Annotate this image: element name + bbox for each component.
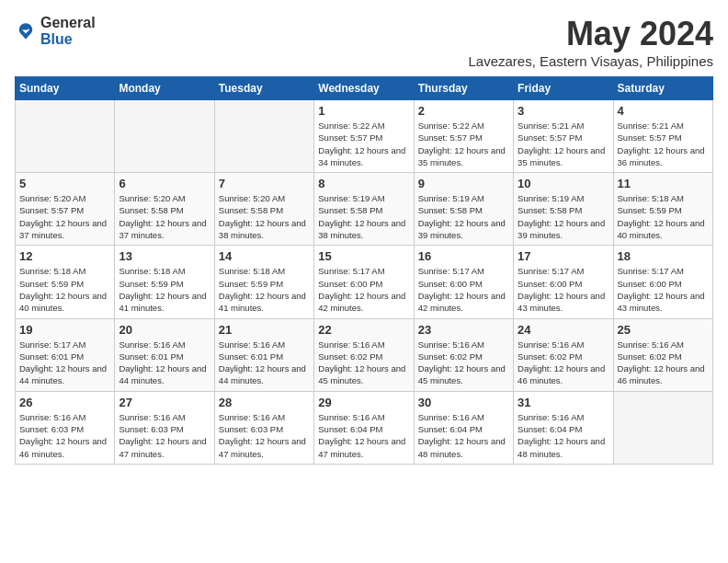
- weekday-header-friday: Friday: [514, 77, 613, 100]
- logo: General Blue: [15, 15, 96, 47]
- calendar-cell: 26 Sunrise: 5:16 AMSunset: 6:03 PMDaylig…: [16, 391, 115, 464]
- calendar-cell: [16, 100, 115, 173]
- day-info: Sunrise: 5:22 AMSunset: 5:57 PMDaylight:…: [418, 120, 509, 168]
- logo-icon: [15, 20, 37, 42]
- day-info: Sunrise: 5:17 AMSunset: 6:00 PMDaylight:…: [518, 265, 609, 314]
- day-info: Sunrise: 5:21 AMSunset: 5:57 PMDaylight:…: [618, 120, 709, 168]
- day-info: Sunrise: 5:16 AMSunset: 6:02 PMDaylight:…: [518, 339, 609, 387]
- day-number: 5: [19, 177, 110, 190]
- calendar-cell: 14 Sunrise: 5:18 AMSunset: 5:59 PMDaylig…: [214, 246, 313, 318]
- day-info: Sunrise: 5:17 AMSunset: 6:00 PMDaylight:…: [318, 265, 409, 314]
- location-subtitle: Lavezares, Eastern Visayas, Philippines: [468, 53, 713, 69]
- calendar-cell: 23 Sunrise: 5:16 AMSunset: 6:02 PMDaylig…: [414, 318, 513, 391]
- day-info: Sunrise: 5:16 AMSunset: 6:02 PMDaylight:…: [318, 339, 409, 387]
- day-number: 31: [518, 396, 609, 409]
- day-info: Sunrise: 5:16 AMSunset: 6:02 PMDaylight:…: [618, 339, 709, 387]
- calendar-cell: 15 Sunrise: 5:17 AMSunset: 6:00 PMDaylig…: [314, 246, 414, 318]
- day-number: 3: [518, 104, 609, 118]
- calendar-cell: [214, 100, 313, 173]
- calendar-cell: 9 Sunrise: 5:19 AMSunset: 5:58 PMDayligh…: [414, 173, 513, 246]
- day-info: Sunrise: 5:18 AMSunset: 5:59 PMDaylight:…: [19, 265, 110, 314]
- day-number: 28: [219, 396, 310, 409]
- weekday-header-wednesday: Wednesday: [314, 77, 414, 100]
- week-row-5: 26 Sunrise: 5:16 AMSunset: 6:03 PMDaylig…: [16, 391, 713, 464]
- day-info: Sunrise: 5:21 AMSunset: 5:57 PMDaylight:…: [518, 120, 609, 168]
- day-number: 8: [318, 177, 409, 190]
- day-number: 30: [418, 396, 509, 409]
- weekday-header-row: SundayMondayTuesdayWednesdayThursdayFrid…: [16, 77, 713, 100]
- weekday-header-thursday: Thursday: [414, 77, 513, 100]
- day-info: Sunrise: 5:16 AMSunset: 6:01 PMDaylight:…: [119, 339, 210, 387]
- day-number: 15: [318, 249, 409, 263]
- calendar-cell: 30 Sunrise: 5:16 AMSunset: 6:04 PMDaylig…: [414, 391, 513, 464]
- day-number: 17: [518, 249, 609, 263]
- calendar-cell: 28 Sunrise: 5:16 AMSunset: 6:03 PMDaylig…: [214, 391, 313, 464]
- day-number: 1: [318, 104, 409, 118]
- calendar-cell: 20 Sunrise: 5:16 AMSunset: 6:01 PMDaylig…: [115, 318, 214, 391]
- calendar-cell: 24 Sunrise: 5:16 AMSunset: 6:02 PMDaylig…: [514, 318, 613, 391]
- calendar-cell: 21 Sunrise: 5:16 AMSunset: 6:01 PMDaylig…: [214, 318, 313, 391]
- day-number: 7: [219, 177, 310, 190]
- day-number: 29: [318, 396, 409, 409]
- week-row-4: 19 Sunrise: 5:17 AMSunset: 6:01 PMDaylig…: [16, 318, 713, 391]
- day-number: 6: [119, 177, 210, 190]
- month-title: May 2024: [468, 15, 713, 53]
- day-number: 16: [418, 249, 509, 263]
- calendar-cell: 13 Sunrise: 5:18 AMSunset: 5:59 PMDaylig…: [115, 246, 214, 318]
- day-number: 21: [219, 323, 310, 337]
- day-number: 14: [219, 249, 310, 263]
- calendar-cell: 7 Sunrise: 5:20 AMSunset: 5:58 PMDayligh…: [214, 173, 313, 246]
- logo-blue: Blue: [40, 31, 96, 48]
- weekday-header-monday: Monday: [115, 77, 214, 100]
- day-info: Sunrise: 5:20 AMSunset: 5:57 PMDaylight:…: [19, 192, 110, 241]
- calendar-cell: 29 Sunrise: 5:16 AMSunset: 6:04 PMDaylig…: [314, 391, 414, 464]
- weekday-header-tuesday: Tuesday: [214, 77, 313, 100]
- day-number: 11: [618, 177, 709, 190]
- weekday-header-sunday: Sunday: [16, 77, 115, 100]
- day-info: Sunrise: 5:16 AMSunset: 6:04 PMDaylight:…: [418, 411, 509, 460]
- calendar-cell: 18 Sunrise: 5:17 AMSunset: 6:00 PMDaylig…: [613, 246, 712, 318]
- calendar-cell: [613, 391, 712, 464]
- day-number: 26: [19, 396, 110, 409]
- week-row-2: 5 Sunrise: 5:20 AMSunset: 5:57 PMDayligh…: [16, 173, 713, 246]
- calendar-cell: [115, 100, 214, 173]
- day-info: Sunrise: 5:16 AMSunset: 6:03 PMDaylight:…: [19, 411, 110, 460]
- day-number: 10: [518, 177, 609, 190]
- calendar-cell: 31 Sunrise: 5:16 AMSunset: 6:04 PMDaylig…: [514, 391, 613, 464]
- calendar-cell: 3 Sunrise: 5:21 AMSunset: 5:57 PMDayligh…: [514, 100, 613, 173]
- day-number: 25: [618, 323, 709, 337]
- day-number: 20: [119, 323, 210, 337]
- day-number: 4: [618, 104, 709, 118]
- day-number: 23: [418, 323, 509, 337]
- weekday-header-saturday: Saturday: [613, 77, 712, 100]
- calendar-cell: 4 Sunrise: 5:21 AMSunset: 5:57 PMDayligh…: [613, 100, 712, 173]
- calendar-cell: 22 Sunrise: 5:16 AMSunset: 6:02 PMDaylig…: [314, 318, 414, 391]
- week-row-3: 12 Sunrise: 5:18 AMSunset: 5:59 PMDaylig…: [16, 246, 713, 318]
- calendar-cell: 10 Sunrise: 5:19 AMSunset: 5:58 PMDaylig…: [514, 173, 613, 246]
- day-info: Sunrise: 5:19 AMSunset: 5:58 PMDaylight:…: [318, 192, 409, 241]
- calendar-table: SundayMondayTuesdayWednesdayThursdayFrid…: [15, 76, 713, 465]
- day-info: Sunrise: 5:22 AMSunset: 5:57 PMDaylight:…: [318, 120, 409, 168]
- day-info: Sunrise: 5:18 AMSunset: 5:59 PMDaylight:…: [119, 265, 210, 314]
- day-number: 24: [518, 323, 609, 337]
- page-header: General Blue May 2024 Lavezares, Eastern…: [15, 15, 713, 69]
- day-number: 9: [418, 177, 509, 190]
- calendar-cell: 27 Sunrise: 5:16 AMSunset: 6:03 PMDaylig…: [115, 391, 214, 464]
- calendar-cell: 6 Sunrise: 5:20 AMSunset: 5:58 PMDayligh…: [115, 173, 214, 246]
- calendar-cell: 17 Sunrise: 5:17 AMSunset: 6:00 PMDaylig…: [514, 246, 613, 318]
- day-number: 12: [19, 249, 110, 263]
- calendar-cell: 8 Sunrise: 5:19 AMSunset: 5:58 PMDayligh…: [314, 173, 414, 246]
- day-info: Sunrise: 5:17 AMSunset: 6:00 PMDaylight:…: [418, 265, 509, 314]
- day-info: Sunrise: 5:20 AMSunset: 5:58 PMDaylight:…: [219, 192, 310, 241]
- calendar-cell: 5 Sunrise: 5:20 AMSunset: 5:57 PMDayligh…: [16, 173, 115, 246]
- calendar-cell: 19 Sunrise: 5:17 AMSunset: 6:01 PMDaylig…: [16, 318, 115, 391]
- day-number: 13: [119, 249, 210, 263]
- day-info: Sunrise: 5:17 AMSunset: 6:01 PMDaylight:…: [19, 339, 110, 387]
- logo-text: General Blue: [40, 15, 96, 47]
- day-info: Sunrise: 5:16 AMSunset: 6:04 PMDaylight:…: [318, 411, 409, 460]
- day-info: Sunrise: 5:16 AMSunset: 6:02 PMDaylight:…: [418, 339, 509, 387]
- logo-general: General: [40, 15, 96, 31]
- day-info: Sunrise: 5:17 AMSunset: 6:00 PMDaylight:…: [618, 265, 709, 314]
- day-number: 18: [618, 249, 709, 263]
- day-number: 19: [19, 323, 110, 337]
